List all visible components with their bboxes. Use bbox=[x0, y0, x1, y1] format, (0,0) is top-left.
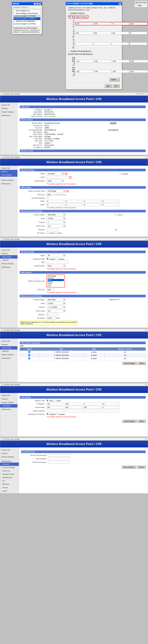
sidebar-wireless[interactable]: Wireless bbox=[0, 107, 18, 110]
s7-system-info[interactable]: System info bbox=[0, 448, 19, 452]
set-dns-checkbox[interactable] bbox=[46, 197, 48, 199]
ip-oct4[interactable] bbox=[130, 22, 148, 25]
s6-maintenance[interactable]: Maintenance bbox=[0, 408, 18, 411]
auto-dns-radio[interactable] bbox=[68, 50, 70, 52]
confirm-btn[interactable]: 确定 bbox=[104, 84, 112, 88]
lan-ip-oct3[interactable] bbox=[84, 402, 101, 405]
s7-wireless[interactable]: Wireless bbox=[0, 452, 19, 455]
dns1-w-oct1[interactable] bbox=[46, 200, 64, 202]
s4-rf-input[interactable] bbox=[46, 317, 55, 320]
lan-sn-oct1[interactable] bbox=[46, 406, 64, 409]
s4-radiosff[interactable]: RadioSFF bbox=[0, 258, 18, 262]
dns1-w-oct4[interactable] bbox=[102, 200, 119, 202]
mode-select[interactable]: Station AP Controller AP+WDS bbox=[46, 172, 64, 175]
s6-wireless[interactable]: Wireless bbox=[0, 397, 18, 401]
dns2-w-oct4[interactable] bbox=[102, 204, 119, 206]
dns1-w-oct2[interactable] bbox=[65, 200, 82, 202]
s4-broadcast-disabled-radio[interactable] bbox=[56, 258, 58, 260]
close-btn[interactable]: ✕ bbox=[39, 3, 41, 5]
s6-network-settings[interactable]: Network Settings bbox=[0, 401, 18, 404]
s3-network-settings[interactable]: Network Settings bbox=[0, 178, 18, 182]
minimize-btn[interactable]: _ bbox=[34, 3, 36, 5]
ip-oct2[interactable] bbox=[94, 22, 112, 25]
drop-off-btn[interactable]: Drop off bbox=[110, 122, 116, 124]
s7-backup[interactable]: BackupRestore bbox=[0, 476, 19, 479]
s3-basic-settings[interactable]: Basic Settings bbox=[0, 173, 18, 177]
sidebar-system-info[interactable]: System info bbox=[0, 103, 18, 107]
s4-network-settings[interactable]: Network Settings bbox=[0, 262, 18, 266]
network-item-ipv6-2[interactable]: ■ Internet 协议版本 6 (TCP/IPv6) bbox=[14, 23, 40, 25]
s7-firmware[interactable]: Upgrade Firmware bbox=[0, 472, 19, 476]
vap-save-btn[interactable]: Save Changes bbox=[122, 362, 137, 365]
dns2-w-oct1[interactable] bbox=[46, 204, 64, 206]
s6-system-info[interactable]: System info bbox=[0, 394, 18, 397]
dns2-w-oct2[interactable] bbox=[65, 204, 82, 206]
ssid-input[interactable] bbox=[46, 176, 68, 178]
sidebar-maintenance[interactable]: Maintenance bbox=[0, 114, 18, 117]
mtu-input[interactable] bbox=[46, 193, 54, 196]
spanning-enabled-radio[interactable] bbox=[56, 413, 58, 415]
confirm-pwd-input[interactable] bbox=[48, 461, 70, 464]
vap-status-cb3[interactable] bbox=[28, 358, 30, 359]
s4-wireless[interactable]: Wireless bbox=[0, 252, 18, 255]
s7-monitoring[interactable]: Monitoring bbox=[0, 482, 19, 486]
s4-txrx-select[interactable]: 1x1 bbox=[46, 310, 66, 312]
dns1-w-oct3[interactable] bbox=[84, 200, 101, 202]
old-pwd-input[interactable] bbox=[48, 454, 70, 456]
manual-ip-radio[interactable] bbox=[69, 16, 71, 18]
network-item-ipv4[interactable]: ■ Internet 协议版本 4 (TCP/IPv4) bbox=[14, 18, 40, 20]
s3-maintenance[interactable]: Maintenance bbox=[0, 182, 18, 186]
wan-type-info[interactable]: i bbox=[66, 190, 69, 192]
ip-close-btn[interactable]: ✕ bbox=[119, 3, 121, 5]
addr-type-dhcp-radio[interactable] bbox=[54, 400, 56, 402]
ip-oct1[interactable] bbox=[76, 22, 93, 25]
auth-select[interactable]: Open bbox=[46, 180, 64, 182]
wan-static-opt[interactable]: Static bbox=[48, 279, 64, 281]
distance-input[interactable] bbox=[46, 228, 58, 231]
s7-password[interactable]: Password bbox=[0, 462, 19, 466]
s4-channel-select[interactable]: 2 - 2.417MHz bbox=[46, 306, 66, 309]
txrx-select[interactable]: 1x1 bbox=[46, 224, 66, 228]
channel-select[interactable]: 1 bbox=[46, 221, 66, 224]
lan-ip-oct2[interactable] bbox=[65, 402, 82, 405]
dns1-oct1[interactable] bbox=[76, 60, 94, 62]
s3-sub2[interactable] bbox=[0, 177, 18, 178]
s5-system-info[interactable]: System info bbox=[0, 339, 18, 343]
pwd-cancel-btn[interactable]: Cancel bbox=[137, 466, 146, 469]
dns2-oct3[interactable] bbox=[112, 70, 130, 73]
s5-multissid[interactable]: MultiSSID bbox=[0, 350, 18, 353]
spanning-disabled-radio[interactable] bbox=[46, 413, 48, 415]
vap-status-cb1[interactable] bbox=[28, 351, 30, 353]
dns2-oct2[interactable] bbox=[94, 70, 112, 73]
dns2-oct4[interactable] bbox=[130, 70, 148, 73]
s4-band-select[interactable]: 2.4GHz bbox=[46, 302, 66, 305]
gw-oct1[interactable] bbox=[76, 42, 93, 45]
country-select[interactable]: Brazil (BR) bbox=[46, 213, 66, 216]
s5-network-settings[interactable]: Network Settings bbox=[0, 353, 18, 356]
s4-maintenance[interactable]: Maintenance bbox=[0, 266, 18, 269]
s7-gui[interactable]: GUI bbox=[0, 479, 19, 482]
addr-type-static-radio[interactable] bbox=[46, 400, 48, 402]
lan-gw-oct4[interactable] bbox=[102, 410, 119, 412]
vap-status-cb2[interactable] bbox=[28, 354, 30, 356]
s4-mode-select[interactable]: AP bbox=[46, 254, 66, 257]
lan-gw-oct2[interactable] bbox=[65, 410, 82, 412]
s5-basic-settings[interactable]: Basic Settings bbox=[0, 346, 18, 350]
gw-oct3[interactable] bbox=[112, 42, 129, 45]
ssid-info-icon[interactable]: ↑ bbox=[69, 176, 72, 178]
manual-dns-radio[interactable] bbox=[68, 53, 70, 55]
s4-basic-settings[interactable]: Basic Settings bbox=[0, 255, 18, 258]
maximize-btn[interactable]: □ bbox=[36, 3, 38, 5]
ip-oct3[interactable] bbox=[112, 22, 130, 25]
rf-check1[interactable] bbox=[46, 232, 48, 234]
s4-distance-input[interactable] bbox=[46, 313, 58, 316]
s6-lan-settings[interactable]: LAN Settings bbox=[0, 404, 18, 408]
dns1-oct4[interactable] bbox=[130, 60, 148, 62]
dns2-w-oct3[interactable] bbox=[84, 204, 101, 206]
subnet-oct4[interactable] bbox=[130, 32, 147, 34]
dns1-oct3[interactable] bbox=[112, 60, 130, 62]
lan-ip-oct1[interactable] bbox=[46, 402, 64, 405]
network-item[interactable]: ✓ Microsoft 网络的文件和打印机共享 bbox=[14, 12, 40, 15]
sidebar-network-settings[interactable]: Network Settings bbox=[0, 110, 18, 114]
lan-ip-oct4[interactable] bbox=[102, 402, 119, 405]
